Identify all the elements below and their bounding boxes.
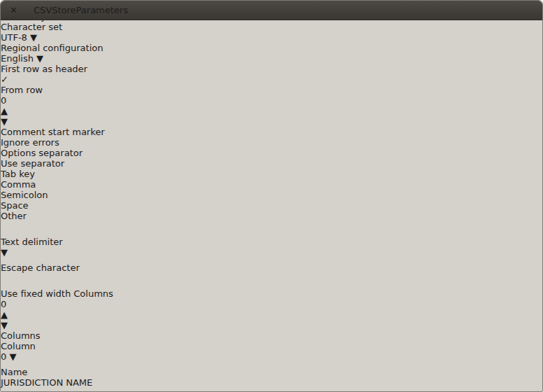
spin-up-icon[interactable]: ▲ (1, 106, 542, 116)
chevron-down-icon: ▼ (36, 53, 43, 64)
separator-other-input[interactable] (1, 221, 31, 237)
regional-config-label: Regional configuration (1, 43, 103, 53)
column-name-label: Name (1, 367, 27, 377)
from-row-label: From row (1, 85, 43, 95)
column-name-input[interactable]: JURISDICTION NAME (1, 377, 143, 392)
text-delimiter-combo[interactable]: ▼ (1, 247, 60, 262)
from-row-stepper[interactable]: ▲ ▼ (1, 106, 542, 127)
column-value: 0 (1, 351, 6, 362)
titlebar[interactable]: ✕ CSVStoreParameters (1, 1, 542, 20)
chevron-down-icon[interactable]: ▼ (1, 247, 8, 258)
character-set-label: Character set (1, 22, 62, 32)
options-separator-title: Options separator (1, 148, 83, 158)
fixed-columns-stepper: ▲ ▼ (1, 309, 542, 330)
separator-tab-key-label: Tab key (1, 169, 35, 179)
first-row-header-checkbox[interactable]: ✓ (1, 74, 542, 85)
separator-semicolon-label: Semicolon (1, 190, 48, 200)
maximize-button[interactable] (20, 4, 34, 17)
first-row-header-label: First row as header (1, 64, 87, 74)
check-icon: ✓ (1, 74, 8, 85)
csv-store-parameters-dialog: ✕ CSVStoreParameters General Geometry Ch… (0, 0, 543, 392)
spin-down-icon[interactable]: ▼ (1, 116, 542, 127)
character-set-select[interactable]: UTF-8 ▼ (1, 32, 407, 43)
comment-marker-label: Comment start marker (1, 127, 105, 137)
from-row-input[interactable]: 0 (1, 95, 46, 106)
column-label: Column (1, 341, 36, 351)
text-delimiter-label: Text delimiter (1, 237, 63, 247)
use-fixed-width-label: Use fixed width (1, 288, 71, 299)
chevron-down-icon: ▼ (30, 32, 37, 43)
use-separator-label: Use separator (1, 158, 64, 169)
spin-down-icon: ▼ (1, 320, 542, 330)
regional-config-value: English (1, 53, 34, 64)
fixed-columns-input: 0 (1, 299, 36, 309)
escape-character-input[interactable] (1, 273, 41, 288)
separator-comma-label: Comma (1, 179, 36, 190)
columns-group-header: Columns (1, 330, 542, 341)
column-select[interactable]: 0 ▼ (1, 351, 33, 367)
spin-up-icon: ▲ (1, 309, 542, 320)
separator-other-label: Other (1, 211, 27, 221)
close-icon: ✕ (10, 5, 17, 15)
close-button[interactable]: ✕ (7, 4, 20, 17)
ignore-errors-label: Ignore errors (1, 137, 59, 148)
regional-config-select[interactable]: English ▼ (1, 53, 407, 64)
escape-character-label: Escape character (1, 262, 80, 273)
fixed-columns-label: Columns (73, 288, 113, 299)
options-separator-group-header: Options separator (1, 148, 542, 158)
window-title: CSVStoreParameters (34, 5, 128, 15)
columns-group-title: Columns (1, 330, 41, 341)
general-tab-panel: Character set UTF-8 ▼ Regional configura… (1, 22, 542, 392)
character-set-value: UTF-8 (1, 32, 27, 43)
chevron-down-icon: ▼ (9, 351, 16, 362)
separator-space-label: Space (1, 200, 29, 211)
